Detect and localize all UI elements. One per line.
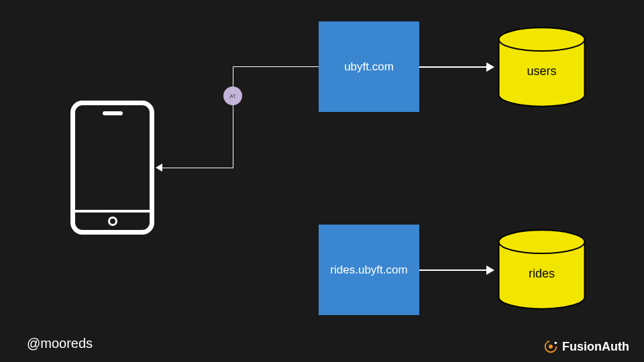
server-box-rides: rides.ubyft.com (319, 225, 419, 315)
server-box-primary: ubyft.com (319, 21, 419, 112)
database-rides: rides (496, 229, 587, 310)
phone-speaker (103, 111, 123, 115)
database-label: rides (496, 267, 587, 281)
phone-divider (75, 210, 150, 213)
arrowhead-right-icon (486, 265, 494, 275)
connector-line (419, 269, 486, 271)
server-label: ubyft.com (344, 60, 394, 74)
server-label: rides.ubyft.com (330, 263, 407, 277)
database-label: users (496, 64, 587, 78)
connector-line (419, 66, 486, 68)
svg-point-4 (555, 342, 557, 345)
author-handle: @mooreds (27, 336, 93, 351)
phone-icon (70, 101, 154, 235)
connector-line (233, 66, 233, 168)
architecture-diagram: AT ubyft.com rides.ubyft.com users rides… (0, 0, 644, 362)
connector-line (233, 66, 319, 67)
brand-logo: FusionAuth (543, 339, 629, 354)
brand-name: FusionAuth (562, 340, 629, 354)
svg-point-3 (549, 345, 553, 349)
database-users: users (496, 27, 587, 107)
arrowhead-right-icon (486, 62, 494, 72)
phone-home-button (108, 217, 117, 226)
connector-line (161, 168, 233, 168)
access-token-badge: AT (223, 86, 242, 105)
arrowhead-left-icon (156, 164, 162, 172)
fusionauth-logo-icon (543, 339, 558, 354)
